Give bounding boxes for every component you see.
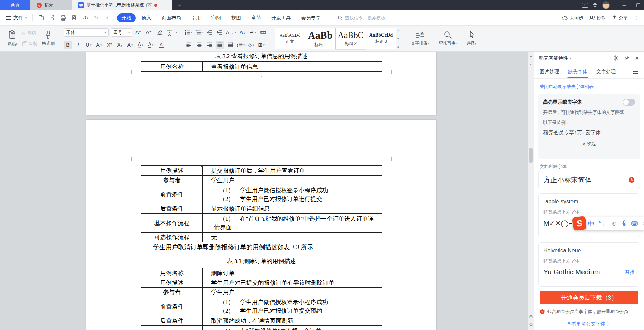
ime-profile-icon[interactable] — [642, 221, 644, 227]
align-right-button[interactable] — [205, 41, 214, 49]
tab-home[interactable]: 首页 — [0, 0, 30, 10]
sogou-logo-icon[interactable]: S — [572, 216, 587, 231]
gallery-up-icon[interactable]: ▴ — [397, 29, 399, 32]
tab-ruler-button[interactable] — [259, 28, 267, 37]
line-spacing-button[interactable]: ↕▾ — [236, 41, 245, 49]
decrease-indent-button[interactable] — [205, 28, 214, 37]
strikethrough-button[interactable]: A▾ — [95, 41, 103, 49]
collaborate-button[interactable]: 协作 — [589, 15, 606, 21]
text-effects-button[interactable]: A▾ — [126, 41, 134, 49]
ime-emoji-icon[interactable]: ☺ — [611, 220, 617, 227]
shrink-font-button[interactable]: A⁻ — [145, 28, 153, 37]
open-membership-download-button[interactable]: 开通会员后下载（3） — [540, 291, 638, 304]
bullet-list-button[interactable]: ▾ — [184, 28, 193, 37]
document-page-1[interactable]: 表 3.2 查看报修订单信息的用例描述 用例名称 查看报修订单信息 7 — [86, 52, 436, 115]
align-left-button[interactable] — [184, 41, 193, 49]
shading-button[interactable]: ◇▾ — [247, 41, 255, 49]
document-scrollbar[interactable]: ▲ — [528, 52, 534, 330]
close-panel-icon[interactable]: ✕ — [635, 55, 639, 61]
numbered-list-button[interactable]: ▾ — [195, 28, 203, 37]
gallery-more-icon[interactable]: ≡ — [397, 45, 399, 49]
table-3-2[interactable]: 用例名称 查看报修订单信息 — [141, 61, 382, 72]
tab-text-processing[interactable]: 文字处理 — [596, 65, 616, 78]
file-menu[interactable]: 文件 ▾ — [3, 15, 30, 21]
text-layout-button[interactable]: 文字排版▾ — [407, 31, 433, 46]
collapse-section-button[interactable]: ∧ 收起 — [543, 140, 635, 147]
wrap-button[interactable]: ↵▾ — [249, 28, 257, 37]
distribute-button[interactable] — [226, 41, 234, 49]
increase-indent-button[interactable] — [216, 28, 224, 37]
style-heading3[interactable]: AaBbCcDd 标题 3 — [366, 28, 396, 49]
share-button[interactable]: 分享 — [612, 15, 628, 21]
panel-menu-icon[interactable] — [633, 70, 638, 74]
text-direction-button[interactable]: A→▾ — [226, 28, 236, 37]
menu-tab-home[interactable]: 开始 — [117, 13, 136, 22]
font-card-fangzheng[interactable]: 方正小标宋简体 — [538, 171, 640, 189]
apps-grid-icon[interactable] — [593, 3, 597, 8]
command-search[interactable]: 查找命令、搜索模板 — [338, 15, 386, 21]
document-canvas[interactable]: 表 3.2 查看报修订单信息的用例描述 用例名称 查看报修订单信息 7 用例描述… — [0, 52, 528, 330]
table-3-2-continued[interactable]: 用例描述 提交报修订单后，学生用户查看订单 参与者 学生用户 前置条件 （1） … — [141, 165, 382, 242]
scrollbar-thumb[interactable] — [529, 148, 533, 163]
style-heading2[interactable]: AaBbC 标题 2 — [335, 28, 366, 49]
font-card-helvetica[interactable]: Helvetica Neue 将替换成下方字体 Yu Gothic Medium… — [538, 242, 640, 287]
menu-tab-review[interactable]: 审阅 — [207, 13, 226, 22]
undo-icon[interactable]: ↺▾ — [82, 14, 89, 21]
cut-button[interactable]: ✂剪切 — [22, 29, 37, 38]
align-center-button[interactable] — [195, 41, 203, 49]
bold-button[interactable]: B — [64, 41, 72, 49]
ime-language-mode[interactable]: 中 — [588, 220, 594, 228]
more-official-fonts-link[interactable]: 查看更多公文字体 〉 — [534, 321, 644, 327]
highlight-toggle[interactable] — [623, 99, 635, 106]
menu-tab-member[interactable]: 会员专享 — [297, 13, 325, 22]
customize-toolbar-icon[interactable]: ▾ — [104, 14, 111, 21]
font-card-apple-system[interactable]: -apple-system 将替换成下方字体 M✓✕◯⌐ — [538, 193, 640, 237]
ime-keyboard-icon[interactable] — [631, 221, 638, 227]
gallery-down-icon[interactable]: ▾ — [397, 37, 399, 40]
style-heading1[interactable]: AaBb 标题 1 — [305, 28, 335, 49]
subscript-button[interactable]: X₂ — [116, 41, 124, 49]
save-icon[interactable] — [38, 14, 45, 21]
close-auto-show-link[interactable]: 关闭自动展示缺失字体列表 — [540, 84, 594, 90]
ime-mic-icon[interactable] — [622, 220, 627, 227]
redo-icon[interactable]: ↻ — [93, 14, 100, 21]
previous-page-icon[interactable] — [528, 313, 534, 320]
font-color-button[interactable]: A▾ — [147, 41, 155, 49]
print-icon[interactable] — [60, 14, 67, 21]
settings-gear-icon[interactable] — [613, 55, 618, 62]
tab-missing-fonts[interactable]: 缺失字体 — [568, 65, 587, 78]
maximize-button[interactable] — [634, 1, 643, 9]
menu-tab-page-layout[interactable]: 页面布局 — [157, 13, 186, 22]
minimize-button[interactable] — [620, 1, 629, 9]
menu-tab-insert[interactable]: 插入 — [137, 13, 156, 22]
user-avatar[interactable] — [602, 1, 610, 9]
find-replace-button[interactable]: 查找替换▾ — [435, 31, 461, 46]
clear-format-button[interactable] — [155, 28, 163, 37]
window-layout-icon[interactable]: 1 — [582, 3, 588, 8]
menu-tab-references[interactable]: 引用 — [187, 13, 206, 22]
more-options-icon[interactable]: ⋮ — [634, 15, 638, 20]
table-3-3[interactable]: 用例名称 删除订单 用例描述 学生用户对已提交的报修订单有异议时删除订单 参与者… — [141, 268, 382, 330]
menu-tab-dev-tools[interactable]: 开发工具 — [267, 13, 295, 22]
export-icon[interactable] — [49, 14, 56, 21]
print-preview-icon[interactable] — [71, 14, 78, 21]
next-page-icon[interactable] — [528, 321, 534, 328]
phonetic-guide-button[interactable]: wén文 — [165, 28, 174, 37]
copy-button[interactable]: 复制 — [22, 40, 37, 48]
pin-icon[interactable] — [624, 55, 629, 61]
font-family-select[interactable]: 宋体▾ — [64, 28, 109, 37]
select-button[interactable]: 选择▾ — [463, 31, 480, 46]
collapse-ribbon-icon[interactable] — [528, 52, 534, 59]
justify-button[interactable] — [216, 41, 224, 49]
sort-button[interactable]: A↓ — [238, 28, 247, 37]
highlight-color-button[interactable]: A▾ — [136, 41, 145, 49]
menu-tab-section[interactable]: 章节 — [247, 13, 266, 22]
superscript-button[interactable]: X² — [105, 41, 114, 49]
grow-font-button[interactable]: A⁺ — [134, 28, 143, 37]
tab-docer[interactable]: 稻壳 — [30, 0, 72, 10]
underline-button[interactable]: U▾ — [85, 41, 93, 49]
font-size-select[interactable]: 四号▾ — [111, 28, 132, 37]
replace-font-link[interactable]: 替换 — [625, 269, 635, 275]
format-painter-button[interactable]: 格式刷 — [40, 30, 57, 47]
document-page-2[interactable]: 用例描述 提交报修订单后，学生用户查看订单 参与者 学生用户 前置条件 （1） … — [86, 120, 436, 330]
